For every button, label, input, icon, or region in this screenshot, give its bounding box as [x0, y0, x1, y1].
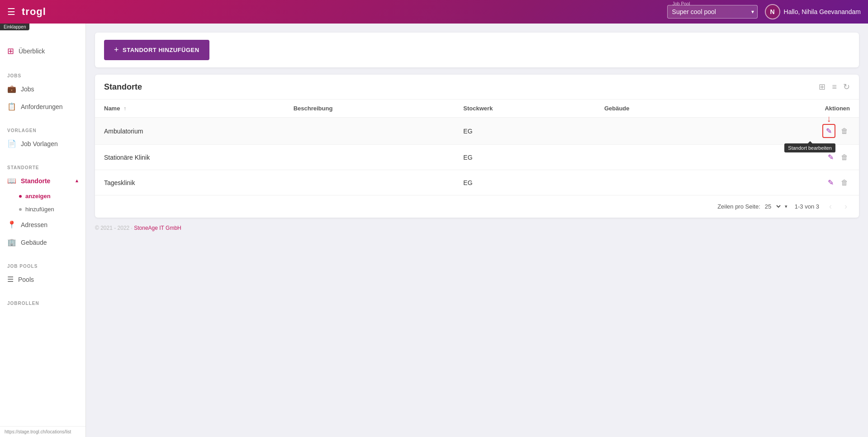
action-buttons-row3: ✎ 🗑: [732, 176, 850, 189]
list-icon: ☰: [7, 275, 14, 284]
sidebar-section-title-vorlagen: VORLAGEN: [0, 124, 85, 135]
sidebar-item-adressen[interactable]: 📍 Adressen: [0, 216, 85, 233]
cell-beschreibung: [285, 118, 455, 145]
cell-name: Tagesklinik: [95, 170, 285, 195]
sidebar-jobrollen-section: JOBROLLEN: [0, 288, 85, 308]
sidebar-sub-item-label: hinzufügen: [25, 206, 54, 213]
delete-location-button-row2[interactable]: 🗑: [839, 152, 850, 163]
rows-per-page: Zeilen pro Seite: 25 10 50 100 ▾: [717, 203, 787, 210]
chevron-up-icon: ▴: [76, 178, 78, 184]
pagination-prev-button[interactable]: ‹: [826, 201, 835, 212]
col-beschreibung: Beschreibung: [285, 100, 455, 118]
cell-stockwerk: EG: [454, 118, 595, 145]
sidebar-section-title-job-pools: JOB POOLS: [0, 260, 85, 271]
briefcase-icon: 💼: [7, 85, 16, 93]
edit-button-wrapper: ↓ ✎ Standort bearbeiten: [822, 124, 835, 138]
sidebar: Einklappen ⊞ Überblick JOBS 💼 Jobs 📋 Anf…: [0, 24, 86, 437]
cell-name: Ambulatorium: [95, 118, 285, 145]
dot-icon: [19, 208, 22, 211]
sort-asc-icon: ↑: [123, 105, 126, 112]
sidebar-item-label: Standorte: [21, 177, 50, 185]
building-icon: 🏢: [7, 238, 16, 247]
cell-gebaeude: [595, 170, 724, 195]
pagination: Zeilen pro Seite: 25 10 50 100 ▾ 1-3 von…: [95, 195, 859, 218]
sidebar-item-standorte[interactable]: 📖 Standorte ▴: [0, 172, 85, 190]
sidebar-url: https://stage.trogl.ch/locations/list: [0, 426, 85, 437]
locations-card: Standorte ⊞ ≡ ↻ Name ↑ Beschreibung Sto: [95, 75, 859, 218]
sidebar-sub-item-label: anzeigen: [25, 193, 51, 200]
avatar: N: [765, 4, 780, 19]
add-location-button[interactable]: + STANDORT HINZUFÜGEN: [104, 40, 209, 60]
sidebar-item-anforderungen[interactable]: 📋 Anforderungen: [0, 98, 85, 115]
filter-icon[interactable]: ≡: [832, 82, 837, 92]
rows-per-page-select[interactable]: 25 10 50 100: [763, 203, 782, 210]
user-name: Hallo, Nihila Geevanandam: [784, 8, 861, 15]
edit-location-button-row2[interactable]: ✎: [826, 151, 835, 163]
cell-gebaeude: [595, 145, 724, 170]
job-pool-selector[interactable]: Job Pool Super cool pool ▾: [667, 5, 758, 19]
col-gebaeude: Gebäude: [595, 100, 724, 118]
stoneage-link[interactable]: StoneAge IT GmbH: [134, 225, 181, 231]
card-header: Standorte ⊞ ≡ ↻: [95, 75, 859, 100]
collapse-button[interactable]: Einklappen: [0, 24, 29, 30]
add-button-area: + STANDORT HINZUFÜGEN: [95, 33, 859, 67]
cell-stockwerk: EG: [454, 145, 595, 170]
layout: Einklappen ⊞ Überblick JOBS 💼 Jobs 📋 Anf…: [0, 24, 868, 437]
sidebar-item-label: Adressen: [21, 221, 47, 228]
action-buttons-row2: ✎ 🗑: [732, 151, 850, 163]
col-aktionen: Aktionen: [723, 100, 859, 118]
refresh-icon[interactable]: ↻: [843, 82, 850, 92]
pagination-next-button[interactable]: ›: [842, 201, 850, 212]
card-title: Standorte: [104, 82, 819, 92]
sidebar-job-pools-section: JOB POOLS ☰ Pools: [0, 251, 85, 288]
table-header-row: Name ↑ Beschreibung Stockwerk Gebäude Ak…: [95, 100, 859, 118]
sidebar-item-gebaeude[interactable]: 🏢 Gebäude: [0, 233, 85, 251]
sidebar-item-pools[interactable]: ☰ Pools: [0, 271, 85, 288]
main-content: + STANDORT HINZUFÜGEN Standorte ⊞ ≡ ↻ Na…: [86, 24, 868, 437]
table-row: Tagesklinik EG ✎ 🗑: [95, 170, 859, 195]
rows-per-page-label: Zeilen pro Seite:: [717, 203, 760, 210]
pin-icon: 📍: [7, 220, 16, 229]
cell-beschreibung: [285, 145, 455, 170]
locations-table: Name ↑ Beschreibung Stockwerk Gebäude Ak…: [95, 100, 859, 195]
table-row: Ambulatorium EG ↓ ✎ Standort bearbeiten: [95, 118, 859, 145]
sidebar-item-jobs[interactable]: 💼 Jobs: [0, 80, 85, 98]
user-menu[interactable]: N Hallo, Nihila Geevanandam: [765, 4, 861, 19]
sidebar-item-label: Job Vorlagen: [21, 140, 58, 147]
sidebar-item-label: Gebäude: [21, 239, 47, 246]
overview-icon: ⊞: [7, 46, 14, 56]
card-action-buttons: ⊞ ≡ ↻: [819, 82, 850, 92]
sidebar-section-title-jobs: JOBS: [0, 70, 85, 80]
cell-beschreibung: [285, 170, 455, 195]
action-buttons-row1: ↓ ✎ Standort bearbeiten 🗑: [732, 124, 850, 138]
list-alt-icon: 📋: [7, 102, 16, 111]
footer: © 2021 - 2022 · StoneAge IT GmbH: [95, 225, 859, 235]
sidebar-sub-item-hinzufuegen[interactable]: hinzufügen: [0, 203, 85, 216]
table-row: Stationäre Klinik EG ✎ 🗑: [95, 145, 859, 170]
menu-icon[interactable]: ☰: [7, 6, 15, 17]
copyright-text: © 2021 - 2022 ·: [95, 225, 134, 231]
cell-stockwerk: EG: [454, 170, 595, 195]
delete-location-button-row3[interactable]: 🗑: [839, 177, 850, 189]
topbar: ☰ trogl Job Pool Super cool pool ▾ N Hal…: [0, 0, 868, 24]
cell-aktionen: ↓ ✎ Standort bearbeiten 🗑: [723, 118, 859, 145]
plus-icon: +: [114, 45, 119, 55]
delete-location-button-row1[interactable]: 🗑: [839, 125, 850, 137]
sidebar-section-title-standorte: STANDORTE: [0, 162, 85, 172]
edit-location-button-row1[interactable]: ✎: [822, 124, 835, 138]
dot-icon: [19, 195, 22, 198]
chevron-down-icon: ▾: [785, 204, 787, 209]
tooltip-edit: Standort bearbeiten: [784, 143, 835, 152]
sidebar-item-overview[interactable]: ⊞ Überblick: [0, 42, 85, 61]
columns-icon[interactable]: ⊞: [819, 82, 825, 92]
edit-location-button-row3[interactable]: ✎: [826, 176, 835, 189]
sidebar-item-job-vorlagen[interactable]: 📄 Job Vorlagen: [0, 135, 85, 152]
sidebar-jobs-section: JOBS 💼 Jobs 📋 Anforderungen: [0, 61, 85, 115]
sidebar-sub-item-anzeigen[interactable]: anzeigen: [0, 190, 85, 203]
job-pool-select[interactable]: Super cool pool: [667, 5, 758, 19]
sidebar-item-label: Pools: [18, 276, 34, 283]
cell-name: Stationäre Klinik: [95, 145, 285, 170]
sidebar-item-label: Überblick: [19, 48, 45, 55]
sidebar-item-label: Jobs: [21, 86, 34, 93]
job-pool-label: Job Pool: [672, 1, 691, 6]
